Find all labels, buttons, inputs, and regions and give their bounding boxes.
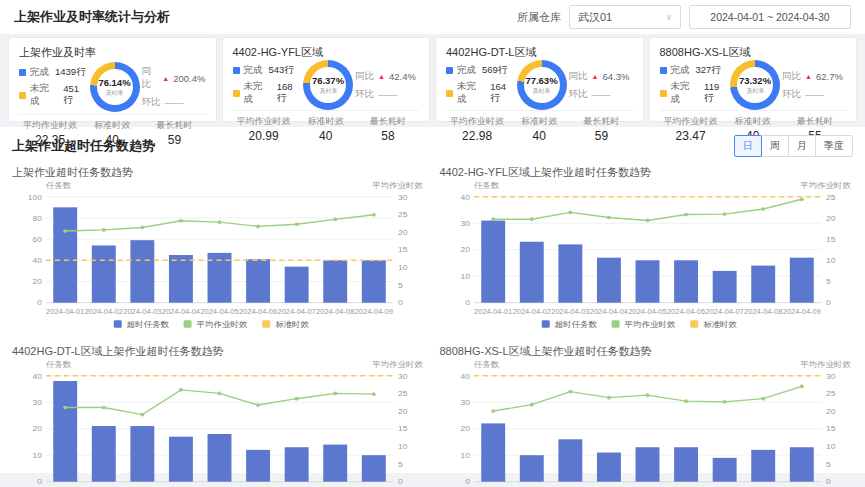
timely-rate-label: 及时率 (106, 88, 124, 97)
comparison-block: 同比▲62.7% 环比—— (782, 65, 846, 106)
warehouse-select[interactable]: 武汉01 ∨ (569, 5, 681, 29)
chart-title: 8808HG-XS-L区域上架作业超时任务数趋势 (440, 344, 854, 359)
complete-dot-icon (19, 69, 26, 76)
svg-text:2024-04-06: 2024-04-06 (239, 307, 277, 316)
svg-text:超时任务数: 超时任务数 (127, 321, 169, 330)
svg-text:2024-04-03: 2024-04-03 (551, 307, 589, 316)
svg-text:60: 60 (33, 235, 43, 244)
period-button-week[interactable]: 周 (761, 135, 789, 157)
svg-text:2024-04-01: 2024-04-01 (46, 307, 84, 316)
kpi-card-yfl: 4402-HG-YFL区域 完成543行 未完成168行 76.37%及时率 同… (222, 37, 431, 122)
trend-section: 上架作业超时任务数趋势 日 周 月 季度 上架作业超时任务数趋势 任务数平均作业… (0, 127, 865, 473)
svg-text:10: 10 (398, 263, 408, 272)
incomplete-value: 164行 (490, 81, 514, 105)
card-stats: 平均作业时效20.99 标准时效40 最长耗时58 (233, 110, 420, 148)
mom-label: 环比 (142, 96, 161, 109)
complete-label: 完成 (244, 64, 263, 77)
svg-text:2024-04-05: 2024-04-05 (628, 307, 666, 316)
svg-text:20: 20 (33, 425, 43, 434)
svg-text:30: 30 (460, 398, 470, 407)
stat-label: 平均作业时效 (446, 115, 508, 128)
stat-label: 平均作业时效 (19, 119, 81, 132)
up-triangle-icon: ▲ (805, 73, 812, 80)
timely-rate-donut: 73.32%及时率 (730, 60, 780, 110)
svg-text:0: 0 (826, 299, 831, 308)
svg-text:2024-04-07: 2024-04-07 (705, 307, 743, 316)
timely-rate-value: 77.63% (525, 75, 557, 86)
yoy-label: 同比 (355, 70, 374, 83)
trend-section-title: 上架作业超时任务数趋势 (12, 137, 155, 155)
warehouse-label: 所属仓库 (517, 10, 561, 25)
incomplete-label: 未完成 (671, 80, 699, 106)
mom-label: 环比 (569, 88, 588, 101)
period-button-month[interactable]: 月 (788, 135, 816, 157)
trend-chart-canvas: 任务数平均作业时效0102030400510152025302024-04-01… (12, 359, 426, 487)
period-button-quarter[interactable]: 季度 (815, 135, 853, 157)
incomplete-dot-icon (446, 90, 453, 97)
svg-text:20: 20 (460, 246, 470, 255)
kpi-card-xsl: 8808HG-XS-L区域 完成327行 未完成119行 73.32%及时率 同… (649, 37, 858, 122)
svg-text:30: 30 (33, 398, 43, 407)
mom-value: —— (805, 89, 824, 100)
stat-label: 最长耗时 (784, 115, 846, 128)
svg-text:10: 10 (460, 451, 470, 460)
card-legend: 完成543行 未完成168行 (233, 61, 302, 109)
svg-text:15: 15 (826, 235, 836, 244)
svg-text:30: 30 (460, 219, 470, 228)
svg-text:2024-04-01: 2024-04-01 (474, 307, 512, 316)
yoy-label: 同比 (782, 70, 801, 83)
incomplete-value: 451行 (63, 83, 87, 107)
incomplete-dot-icon (233, 90, 240, 97)
svg-text:任务数: 任务数 (45, 361, 71, 370)
timely-rate-donut: 76.14%及时率 (90, 62, 140, 112)
complete-dot-icon (446, 67, 453, 74)
svg-text:2024-04-08: 2024-04-08 (316, 307, 354, 316)
stat-value: 40 (295, 129, 357, 143)
timely-rate-value: 73.32% (739, 75, 771, 86)
svg-text:0: 0 (37, 299, 42, 308)
trend-chart-canvas: 任务数平均作业时效0102030400510152025302024-04-01… (440, 359, 854, 487)
date-range-input[interactable]: 2024-04-01 ~ 2024-04-30 (689, 5, 851, 29)
svg-text:任务数: 任务数 (472, 361, 498, 370)
yoy-label: 同比 (142, 65, 159, 91)
complete-dot-icon (233, 67, 240, 74)
svg-text:10: 10 (826, 442, 836, 451)
chart-cell-yfl: 4402-HG-YFL区域上架作业超时任务数趋势 任务数平均作业时效010203… (440, 159, 854, 338)
chart-cell-overall: 上架作业超时任务数趋势 任务数平均作业时效0204060801000510152… (12, 159, 426, 338)
stat-label: 最长耗时 (570, 115, 632, 128)
svg-text:20: 20 (460, 425, 470, 434)
svg-text:25: 25 (398, 389, 408, 398)
svg-text:0: 0 (37, 478, 42, 487)
svg-text:10: 10 (826, 256, 836, 265)
timely-rate-label: 及时率 (746, 86, 764, 95)
stat-value: 58 (357, 129, 419, 143)
svg-text:0: 0 (465, 478, 470, 487)
svg-text:100: 100 (28, 193, 43, 202)
stat-label: 平均作业时效 (660, 115, 722, 128)
chart-cell-dtl: 4402HG-DT-L区域上架作业超时任务数趋势 任务数平均作业时效010203… (12, 338, 426, 487)
period-button-day[interactable]: 日 (734, 135, 762, 157)
chart-title: 上架作业超时任务数趋势 (12, 165, 426, 180)
complete-label: 完成 (30, 66, 49, 79)
comparison-block: 同比▲64.3% 环比—— (569, 65, 633, 106)
svg-text:0: 0 (826, 478, 831, 487)
stat-value: 22.98 (446, 129, 508, 143)
incomplete-value: 168行 (277, 81, 301, 105)
svg-text:2024-04-06: 2024-04-06 (666, 307, 704, 316)
svg-text:20: 20 (398, 228, 408, 237)
timely-rate-donut: 77.63%及时率 (517, 60, 567, 110)
timely-rate-value: 76.37% (312, 75, 344, 86)
chart-title: 4402HG-DT-L区域上架作业超时任务数趋势 (12, 344, 426, 359)
complete-value: 1439行 (55, 66, 86, 79)
trend-chart-canvas: 任务数平均作业时效01020304005101520252024-04-0120… (440, 180, 854, 338)
card-legend: 完成569行 未完成164行 (446, 61, 515, 109)
svg-text:2024-04-09: 2024-04-09 (782, 307, 820, 316)
stat-label: 平均作业时效 (233, 115, 295, 128)
svg-text:25: 25 (398, 210, 408, 219)
warehouse-select-value: 武汉01 (578, 10, 612, 25)
yoy-value: 200.4% (173, 73, 205, 84)
svg-text:任务数: 任务数 (45, 182, 71, 191)
svg-text:0: 0 (465, 299, 470, 308)
svg-text:10: 10 (398, 442, 408, 451)
card-title: 上架作业及时率 (19, 45, 206, 60)
